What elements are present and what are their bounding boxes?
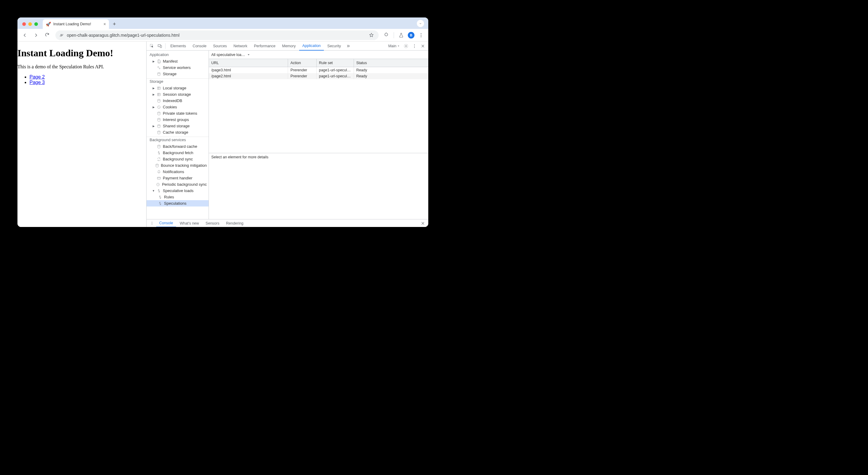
sidebar-label: Bounce tracking mitigation [161, 163, 207, 168]
sidebar-item-bounce-tracking[interactable]: Bounce tracking mitigation [147, 162, 209, 169]
table-header-ruleset[interactable]: Rule set [316, 59, 354, 67]
sidebar-item-local-storage[interactable]: ▶Local storage [147, 85, 209, 91]
drawer-close-button[interactable] [419, 220, 427, 227]
sync-icon [158, 195, 162, 199]
forward-button[interactable] [31, 30, 41, 40]
drawer-tab-rendering[interactable]: Rendering [223, 219, 247, 227]
sidebar-item-notifications[interactable]: Notifications [147, 169, 209, 175]
maximize-window-button[interactable] [34, 22, 38, 26]
sidebar-item-background-sync[interactable]: Background sync [147, 156, 209, 162]
inspect-element-button[interactable] [148, 42, 156, 50]
svg-point-14 [158, 72, 160, 73]
sidebar-item-speculative-loads[interactable]: ▼Speculative loads [147, 187, 209, 194]
device-toolbar-button[interactable] [156, 42, 163, 50]
svg-point-30 [152, 223, 152, 224]
sidebar-label: IndexedDB [163, 98, 182, 103]
tabs-overflow-button[interactable] [417, 20, 424, 27]
page-content: Instant Loading Demo! This is a demo of … [18, 41, 146, 227]
sidebar-item-speculations[interactable]: Speculations [147, 200, 209, 207]
devtools-tab-network[interactable]: Network [230, 41, 250, 51]
sidebar-item-background-fetch[interactable]: Background fetch [147, 150, 209, 156]
table-header-row: URL Action Rule set Status [209, 59, 428, 67]
devtools-tab-elements[interactable]: Elements [167, 41, 189, 51]
devtools-tab-security[interactable]: Security [324, 41, 344, 51]
table-header-status[interactable]: Status [354, 59, 428, 67]
sidebar-item-bf-cache[interactable]: Back/forward cache [147, 143, 209, 150]
devtools-tab-console[interactable]: Console [190, 41, 210, 51]
devtools-target-selector[interactable]: Main [387, 44, 401, 48]
devtools-tab-bar: Elements Console Sources Network Perform… [147, 41, 428, 51]
devtools-tab-performance[interactable]: Performance [251, 41, 279, 51]
labs-button[interactable] [396, 30, 406, 40]
sidebar-label: Notifications [163, 170, 184, 174]
svg-point-31 [152, 224, 152, 225]
devices-icon [157, 43, 162, 49]
sidebar-item-session-storage[interactable]: ▶Session storage [147, 91, 209, 97]
drawer-tab-sensors[interactable]: Sensors [203, 219, 222, 227]
drawer-tab-whats-new[interactable]: What's new [177, 219, 202, 227]
table-row[interactable]: /page3.html Prerender page1-url-specul… … [209, 67, 428, 73]
svg-point-19 [158, 107, 159, 107]
drawer-tab-console[interactable]: Console [156, 219, 176, 227]
devtools-close-button[interactable] [419, 42, 427, 50]
table-icon [157, 86, 161, 90]
sidebar-label: Cookies [163, 105, 177, 109]
browser-tab[interactable]: 🚀 Instant Loading Demo! × [43, 19, 109, 29]
page-heading: Instant Loading Demo! [18, 48, 146, 59]
sidebar-item-interest-groups[interactable]: Interest groups [147, 117, 209, 123]
table-header-url[interactable]: URL [209, 59, 288, 67]
sidebar-item-rules[interactable]: Rules [147, 194, 209, 200]
database-icon [157, 145, 161, 149]
sidebar-item-manifest[interactable]: ▶Manifest [147, 58, 209, 64]
drawer-menu-button[interactable] [148, 220, 156, 227]
close-window-button[interactable] [22, 22, 26, 26]
svg-point-1 [60, 35, 61, 36]
cell-action: Prerender [288, 73, 316, 79]
minimize-window-button[interactable] [28, 22, 32, 26]
page-link-3[interactable]: Page 3 [30, 80, 45, 85]
devtools-menu-button[interactable] [411, 42, 418, 50]
tab-close-icon[interactable]: × [103, 22, 106, 27]
new-tab-button[interactable]: + [110, 20, 119, 28]
tab-favicon-icon: 🚀 [46, 22, 51, 27]
sidebar-item-cache-storage[interactable]: Cache storage [147, 129, 209, 136]
sidebar-label: Interest groups [163, 117, 189, 122]
cell-ruleset: page1-url-specul… [316, 67, 354, 73]
gear-icon [404, 43, 408, 49]
address-bar[interactable]: open-chalk-asparagus.glitch.me/page1-url… [55, 30, 379, 40]
sidebar-item-payment-handler[interactable]: Payment handler [147, 175, 209, 181]
svg-point-10 [414, 46, 415, 46]
devtools-tab-application[interactable]: Application [299, 41, 323, 51]
chrome-menu-button[interactable] [416, 30, 426, 40]
page-blurb: This is a demo of the Speculation Rules … [18, 64, 146, 69]
reload-button[interactable] [43, 30, 52, 40]
sidebar-item-indexeddb[interactable]: IndexedDB [147, 97, 209, 104]
sidebar-item-shared-storage[interactable]: ▶Shared storage [147, 123, 209, 129]
devtools-settings-button[interactable] [402, 42, 410, 50]
devtools-tab-sources[interactable]: Sources [210, 41, 230, 51]
site-info-icon[interactable] [59, 32, 64, 38]
cell-action: Prerender [288, 67, 316, 73]
profile-avatar[interactable]: B [408, 32, 414, 38]
database-icon [155, 164, 159, 168]
sidebar-item-periodic-sync[interactable]: Periodic background sync [147, 181, 209, 187]
back-button[interactable] [20, 30, 30, 40]
devtools-tabs-overflow[interactable] [345, 42, 352, 50]
tab-bar: 🚀 Instant Loading Demo! × + [18, 18, 428, 29]
sidebar-item-service-workers[interactable]: Service workers [147, 64, 209, 71]
page-link-2[interactable]: Page 2 [30, 75, 45, 80]
table-header-action[interactable]: Action [288, 59, 316, 67]
svg-point-3 [421, 35, 422, 35]
devtools-panel: Elements Console Sources Network Perform… [146, 41, 428, 227]
sidebar-item-storage[interactable]: Storage [147, 71, 209, 77]
table-row[interactable]: /page2.html Prerender page1-url-specul… … [209, 73, 428, 79]
sidebar-label: Storage [163, 72, 177, 76]
devtools-tab-memory[interactable]: Memory [279, 41, 299, 51]
sidebar-item-private-state-tokens[interactable]: Private state tokens [147, 110, 209, 117]
sidebar-item-cookies[interactable]: ▶Cookies [147, 104, 209, 110]
main-area: Instant Loading Demo! This is a demo of … [18, 41, 428, 227]
database-icon [157, 130, 161, 135]
speculations-filter-select[interactable]: All speculative loa… [211, 53, 250, 57]
bookmark-button[interactable] [368, 32, 375, 39]
extensions-button[interactable] [382, 30, 391, 40]
